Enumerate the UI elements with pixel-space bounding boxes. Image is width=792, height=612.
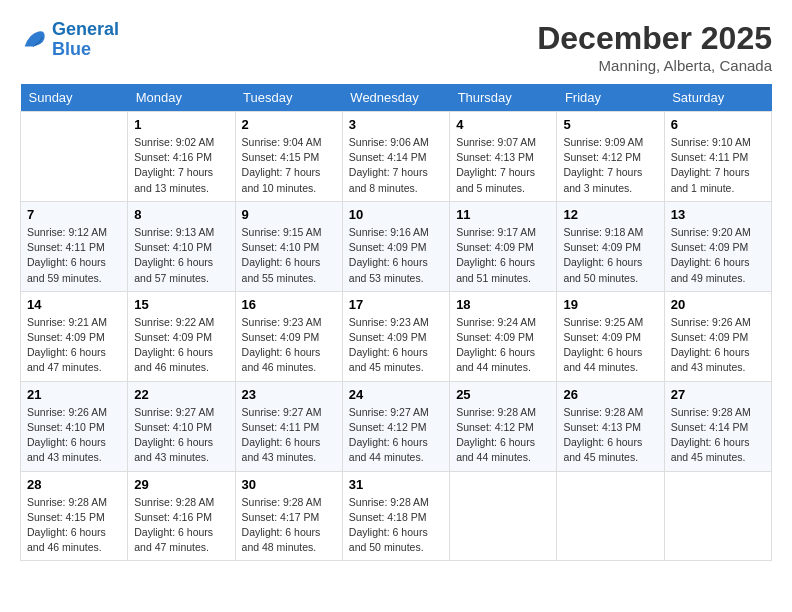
calendar-cell: 15Sunrise: 9:22 AMSunset: 4:09 PMDayligh… [128, 291, 235, 381]
day-number: 3 [349, 117, 443, 132]
day-header-thursday: Thursday [450, 84, 557, 112]
day-number: 14 [27, 297, 121, 312]
day-number: 25 [456, 387, 550, 402]
day-info: Sunrise: 9:24 AMSunset: 4:09 PMDaylight:… [456, 315, 550, 376]
day-info: Sunrise: 9:18 AMSunset: 4:09 PMDaylight:… [563, 225, 657, 286]
calendar-cell: 16Sunrise: 9:23 AMSunset: 4:09 PMDayligh… [235, 291, 342, 381]
calendar-cell [450, 471, 557, 561]
day-header-saturday: Saturday [664, 84, 771, 112]
day-info: Sunrise: 9:23 AMSunset: 4:09 PMDaylight:… [242, 315, 336, 376]
calendar-week-row: 7Sunrise: 9:12 AMSunset: 4:11 PMDaylight… [21, 201, 772, 291]
calendar-cell: 12Sunrise: 9:18 AMSunset: 4:09 PMDayligh… [557, 201, 664, 291]
day-header-wednesday: Wednesday [342, 84, 449, 112]
calendar-table: SundayMondayTuesdayWednesdayThursdayFrid… [20, 84, 772, 561]
calendar-cell: 27Sunrise: 9:28 AMSunset: 4:14 PMDayligh… [664, 381, 771, 471]
day-info: Sunrise: 9:15 AMSunset: 4:10 PMDaylight:… [242, 225, 336, 286]
day-info: Sunrise: 9:27 AMSunset: 4:11 PMDaylight:… [242, 405, 336, 466]
day-number: 21 [27, 387, 121, 402]
calendar-cell: 3Sunrise: 9:06 AMSunset: 4:14 PMDaylight… [342, 112, 449, 202]
day-info: Sunrise: 9:13 AMSunset: 4:10 PMDaylight:… [134, 225, 228, 286]
calendar-cell: 22Sunrise: 9:27 AMSunset: 4:10 PMDayligh… [128, 381, 235, 471]
day-info: Sunrise: 9:21 AMSunset: 4:09 PMDaylight:… [27, 315, 121, 376]
calendar-cell: 21Sunrise: 9:26 AMSunset: 4:10 PMDayligh… [21, 381, 128, 471]
day-info: Sunrise: 9:27 AMSunset: 4:10 PMDaylight:… [134, 405, 228, 466]
day-number: 16 [242, 297, 336, 312]
logo: General Blue [20, 20, 119, 60]
day-info: Sunrise: 9:07 AMSunset: 4:13 PMDaylight:… [456, 135, 550, 196]
day-number: 5 [563, 117, 657, 132]
day-info: Sunrise: 9:09 AMSunset: 4:12 PMDaylight:… [563, 135, 657, 196]
calendar-cell: 9Sunrise: 9:15 AMSunset: 4:10 PMDaylight… [235, 201, 342, 291]
day-number: 12 [563, 207, 657, 222]
day-number: 10 [349, 207, 443, 222]
day-number: 30 [242, 477, 336, 492]
day-info: Sunrise: 9:27 AMSunset: 4:12 PMDaylight:… [349, 405, 443, 466]
day-number: 9 [242, 207, 336, 222]
day-number: 7 [27, 207, 121, 222]
calendar-cell [664, 471, 771, 561]
page-header: General Blue December 2025 Manning, Albe… [20, 20, 772, 74]
calendar-cell: 7Sunrise: 9:12 AMSunset: 4:11 PMDaylight… [21, 201, 128, 291]
day-info: Sunrise: 9:02 AMSunset: 4:16 PMDaylight:… [134, 135, 228, 196]
calendar-cell: 18Sunrise: 9:24 AMSunset: 4:09 PMDayligh… [450, 291, 557, 381]
day-info: Sunrise: 9:04 AMSunset: 4:15 PMDaylight:… [242, 135, 336, 196]
day-number: 2 [242, 117, 336, 132]
day-number: 4 [456, 117, 550, 132]
calendar-week-row: 21Sunrise: 9:26 AMSunset: 4:10 PMDayligh… [21, 381, 772, 471]
calendar-cell: 26Sunrise: 9:28 AMSunset: 4:13 PMDayligh… [557, 381, 664, 471]
day-number: 19 [563, 297, 657, 312]
day-number: 23 [242, 387, 336, 402]
calendar-cell: 14Sunrise: 9:21 AMSunset: 4:09 PMDayligh… [21, 291, 128, 381]
day-info: Sunrise: 9:26 AMSunset: 4:10 PMDaylight:… [27, 405, 121, 466]
day-number: 24 [349, 387, 443, 402]
day-info: Sunrise: 9:28 AMSunset: 4:15 PMDaylight:… [27, 495, 121, 556]
day-header-monday: Monday [128, 84, 235, 112]
day-number: 22 [134, 387, 228, 402]
calendar-cell: 19Sunrise: 9:25 AMSunset: 4:09 PMDayligh… [557, 291, 664, 381]
day-info: Sunrise: 9:28 AMSunset: 4:13 PMDaylight:… [563, 405, 657, 466]
day-info: Sunrise: 9:28 AMSunset: 4:16 PMDaylight:… [134, 495, 228, 556]
day-info: Sunrise: 9:17 AMSunset: 4:09 PMDaylight:… [456, 225, 550, 286]
title-block: December 2025 Manning, Alberta, Canada [537, 20, 772, 74]
day-number: 1 [134, 117, 228, 132]
day-info: Sunrise: 9:28 AMSunset: 4:12 PMDaylight:… [456, 405, 550, 466]
location: Manning, Alberta, Canada [537, 57, 772, 74]
day-header-friday: Friday [557, 84, 664, 112]
day-number: 15 [134, 297, 228, 312]
day-header-tuesday: Tuesday [235, 84, 342, 112]
day-number: 8 [134, 207, 228, 222]
day-number: 26 [563, 387, 657, 402]
day-info: Sunrise: 9:26 AMSunset: 4:09 PMDaylight:… [671, 315, 765, 376]
day-number: 29 [134, 477, 228, 492]
month-title: December 2025 [537, 20, 772, 57]
calendar-cell: 20Sunrise: 9:26 AMSunset: 4:09 PMDayligh… [664, 291, 771, 381]
day-number: 18 [456, 297, 550, 312]
day-number: 6 [671, 117, 765, 132]
calendar-cell: 1Sunrise: 9:02 AMSunset: 4:16 PMDaylight… [128, 112, 235, 202]
calendar-week-row: 1Sunrise: 9:02 AMSunset: 4:16 PMDaylight… [21, 112, 772, 202]
calendar-cell: 23Sunrise: 9:27 AMSunset: 4:11 PMDayligh… [235, 381, 342, 471]
day-number: 17 [349, 297, 443, 312]
day-header-sunday: Sunday [21, 84, 128, 112]
day-info: Sunrise: 9:20 AMSunset: 4:09 PMDaylight:… [671, 225, 765, 286]
day-number: 28 [27, 477, 121, 492]
calendar-header-row: SundayMondayTuesdayWednesdayThursdayFrid… [21, 84, 772, 112]
logo-text: General Blue [52, 20, 119, 60]
calendar-cell: 25Sunrise: 9:28 AMSunset: 4:12 PMDayligh… [450, 381, 557, 471]
day-info: Sunrise: 9:23 AMSunset: 4:09 PMDaylight:… [349, 315, 443, 376]
logo-icon [20, 26, 48, 54]
calendar-cell: 6Sunrise: 9:10 AMSunset: 4:11 PMDaylight… [664, 112, 771, 202]
calendar-week-row: 28Sunrise: 9:28 AMSunset: 4:15 PMDayligh… [21, 471, 772, 561]
day-number: 27 [671, 387, 765, 402]
calendar-week-row: 14Sunrise: 9:21 AMSunset: 4:09 PMDayligh… [21, 291, 772, 381]
day-info: Sunrise: 9:10 AMSunset: 4:11 PMDaylight:… [671, 135, 765, 196]
calendar-cell: 11Sunrise: 9:17 AMSunset: 4:09 PMDayligh… [450, 201, 557, 291]
calendar-cell: 5Sunrise: 9:09 AMSunset: 4:12 PMDaylight… [557, 112, 664, 202]
day-info: Sunrise: 9:28 AMSunset: 4:18 PMDaylight:… [349, 495, 443, 556]
calendar-cell: 2Sunrise: 9:04 AMSunset: 4:15 PMDaylight… [235, 112, 342, 202]
calendar-cell: 31Sunrise: 9:28 AMSunset: 4:18 PMDayligh… [342, 471, 449, 561]
day-info: Sunrise: 9:12 AMSunset: 4:11 PMDaylight:… [27, 225, 121, 286]
day-info: Sunrise: 9:25 AMSunset: 4:09 PMDaylight:… [563, 315, 657, 376]
calendar-cell: 24Sunrise: 9:27 AMSunset: 4:12 PMDayligh… [342, 381, 449, 471]
day-number: 31 [349, 477, 443, 492]
